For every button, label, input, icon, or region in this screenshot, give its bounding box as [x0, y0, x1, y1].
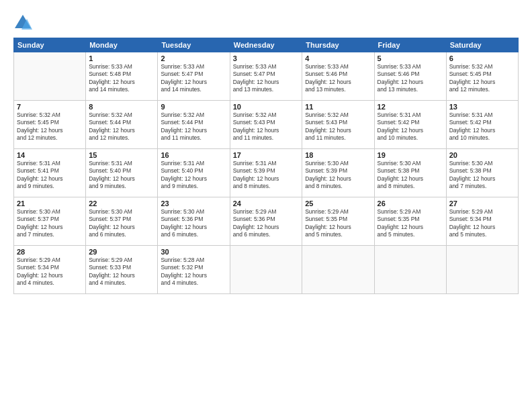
calendar-cell: 8Sunrise: 5:32 AMSunset: 5:44 PMDaylight… [86, 101, 158, 149]
day-number: 10 [233, 103, 300, 111]
week-row-2: 7Sunrise: 5:32 AMSunset: 5:45 PMDaylight… [14, 101, 519, 149]
weekday-header-monday: Monday [86, 38, 158, 52]
calendar-cell [302, 246, 374, 294]
calendar-cell [374, 246, 446, 294]
calendar-cell: 30Sunrise: 5:28 AMSunset: 5:32 PMDayligh… [158, 246, 230, 294]
calendar-cell [14, 52, 86, 101]
day-info: Sunrise: 5:32 AMSunset: 5:43 PMDaylight:… [305, 111, 371, 142]
day-info: Sunrise: 5:32 AMSunset: 5:43 PMDaylight:… [233, 111, 300, 142]
day-info: Sunrise: 5:29 AMSunset: 5:35 PMDaylight:… [305, 208, 371, 239]
day-number: 27 [449, 199, 515, 208]
day-info: Sunrise: 5:30 AMSunset: 5:36 PMDaylight:… [161, 208, 226, 239]
calendar-cell: 24Sunrise: 5:29 AMSunset: 5:36 PMDayligh… [230, 197, 302, 246]
day-info: Sunrise: 5:28 AMSunset: 5:32 PMDaylight:… [161, 257, 226, 287]
day-number: 8 [89, 103, 154, 111]
calendar-cell: 22Sunrise: 5:30 AMSunset: 5:37 PMDayligh… [86, 197, 158, 246]
day-number: 1 [89, 54, 154, 62]
day-info: Sunrise: 5:33 AMSunset: 5:47 PMDaylight:… [233, 63, 300, 94]
calendar-cell: 26Sunrise: 5:29 AMSunset: 5:35 PMDayligh… [374, 197, 446, 246]
day-info: Sunrise: 5:30 AMSunset: 5:38 PMDaylight:… [449, 160, 515, 191]
weekday-header-wednesday: Wednesday [230, 38, 302, 52]
day-number: 3 [233, 54, 300, 62]
calendar-cell: 29Sunrise: 5:29 AMSunset: 5:33 PMDayligh… [86, 246, 158, 294]
calendar-cell: 25Sunrise: 5:29 AMSunset: 5:35 PMDayligh… [302, 197, 374, 246]
day-info: Sunrise: 5:31 AMSunset: 5:39 PMDaylight:… [233, 160, 300, 191]
calendar-cell: 21Sunrise: 5:30 AMSunset: 5:37 PMDayligh… [14, 197, 86, 246]
day-number: 16 [161, 151, 226, 159]
calendar-cell: 11Sunrise: 5:32 AMSunset: 5:43 PMDayligh… [302, 101, 374, 149]
day-number: 5 [378, 54, 443, 62]
day-number: 4 [305, 54, 371, 62]
calendar-cell: 17Sunrise: 5:31 AMSunset: 5:39 PMDayligh… [230, 149, 302, 197]
day-info: Sunrise: 5:33 AMSunset: 5:46 PMDaylight:… [305, 63, 371, 94]
weekday-header-saturday: Saturday [446, 38, 518, 52]
calendar-cell: 7Sunrise: 5:32 AMSunset: 5:45 PMDaylight… [14, 101, 86, 149]
calendar-cell: 16Sunrise: 5:31 AMSunset: 5:40 PMDayligh… [158, 149, 230, 197]
day-number: 12 [378, 103, 443, 111]
day-info: Sunrise: 5:31 AMSunset: 5:42 PMDaylight:… [449, 111, 515, 142]
calendar-cell: 18Sunrise: 5:30 AMSunset: 5:39 PMDayligh… [302, 149, 374, 197]
day-info: Sunrise: 5:31 AMSunset: 5:40 PMDaylight:… [89, 160, 154, 191]
calendar-cell: 12Sunrise: 5:31 AMSunset: 5:42 PMDayligh… [374, 101, 446, 149]
day-info: Sunrise: 5:33 AMSunset: 5:46 PMDaylight:… [378, 63, 443, 94]
day-info: Sunrise: 5:33 AMSunset: 5:48 PMDaylight:… [89, 63, 154, 94]
day-number: 6 [449, 54, 515, 62]
day-info: Sunrise: 5:31 AMSunset: 5:40 PMDaylight:… [161, 160, 226, 191]
day-number: 11 [305, 103, 371, 111]
day-info: Sunrise: 5:29 AMSunset: 5:36 PMDaylight:… [233, 208, 300, 239]
day-number: 14 [17, 151, 83, 159]
calendar-cell: 6Sunrise: 5:32 AMSunset: 5:45 PMDaylight… [446, 52, 518, 101]
day-info: Sunrise: 5:30 AMSunset: 5:37 PMDaylight:… [17, 208, 83, 239]
calendar-cell: 13Sunrise: 5:31 AMSunset: 5:42 PMDayligh… [446, 101, 518, 149]
logo [13, 13, 35, 32]
weekday-header-friday: Friday [374, 38, 446, 52]
day-number: 15 [89, 151, 154, 159]
day-number: 23 [161, 199, 226, 208]
calendar-cell: 14Sunrise: 5:31 AMSunset: 5:41 PMDayligh… [14, 149, 86, 197]
weekday-header-tuesday: Tuesday [158, 38, 230, 52]
calendar-cell: 27Sunrise: 5:29 AMSunset: 5:34 PMDayligh… [446, 197, 518, 246]
day-info: Sunrise: 5:30 AMSunset: 5:38 PMDaylight:… [378, 160, 443, 191]
day-number: 25 [305, 199, 371, 208]
calendar-cell: 5Sunrise: 5:33 AMSunset: 5:46 PMDaylight… [374, 52, 446, 101]
day-info: Sunrise: 5:31 AMSunset: 5:42 PMDaylight:… [378, 111, 443, 142]
day-number: 26 [378, 199, 443, 208]
day-info: Sunrise: 5:33 AMSunset: 5:47 PMDaylight:… [161, 63, 226, 94]
week-row-1: 1Sunrise: 5:33 AMSunset: 5:48 PMDaylight… [14, 52, 519, 101]
weekday-header-sunday: Sunday [14, 38, 86, 52]
week-row-4: 21Sunrise: 5:30 AMSunset: 5:37 PMDayligh… [14, 197, 519, 246]
day-info: Sunrise: 5:32 AMSunset: 5:44 PMDaylight:… [89, 111, 154, 142]
calendar-cell [446, 246, 518, 294]
day-info: Sunrise: 5:29 AMSunset: 5:34 PMDaylight:… [17, 257, 83, 287]
day-info: Sunrise: 5:29 AMSunset: 5:33 PMDaylight:… [89, 257, 154, 287]
day-number: 30 [161, 248, 226, 256]
logo-icon [13, 13, 32, 32]
day-number: 9 [161, 103, 226, 111]
calendar-cell: 9Sunrise: 5:32 AMSunset: 5:44 PMDaylight… [158, 101, 230, 149]
day-info: Sunrise: 5:29 AMSunset: 5:35 PMDaylight:… [378, 208, 443, 239]
day-number: 20 [449, 151, 515, 159]
day-info: Sunrise: 5:32 AMSunset: 5:45 PMDaylight:… [17, 111, 83, 142]
week-row-3: 14Sunrise: 5:31 AMSunset: 5:41 PMDayligh… [14, 149, 519, 197]
day-number: 24 [233, 199, 300, 208]
calendar-cell: 20Sunrise: 5:30 AMSunset: 5:38 PMDayligh… [446, 149, 518, 197]
calendar-cell [230, 246, 302, 294]
day-info: Sunrise: 5:31 AMSunset: 5:41 PMDaylight:… [17, 160, 83, 191]
day-number: 22 [89, 199, 154, 208]
weekday-header-row: SundayMondayTuesdayWednesdayThursdayFrid… [14, 38, 519, 52]
day-info: Sunrise: 5:29 AMSunset: 5:34 PMDaylight:… [449, 208, 515, 239]
calendar-cell: 19Sunrise: 5:30 AMSunset: 5:38 PMDayligh… [374, 149, 446, 197]
calendar-cell: 15Sunrise: 5:31 AMSunset: 5:40 PMDayligh… [86, 149, 158, 197]
calendar-cell: 10Sunrise: 5:32 AMSunset: 5:43 PMDayligh… [230, 101, 302, 149]
day-info: Sunrise: 5:32 AMSunset: 5:45 PMDaylight:… [449, 63, 515, 94]
calendar-cell: 23Sunrise: 5:30 AMSunset: 5:36 PMDayligh… [158, 197, 230, 246]
day-number: 21 [17, 199, 83, 208]
page: SundayMondayTuesdayWednesdayThursdayFrid… [0, 0, 532, 411]
day-info: Sunrise: 5:30 AMSunset: 5:37 PMDaylight:… [89, 208, 154, 239]
day-number: 29 [89, 248, 154, 256]
calendar-cell: 4Sunrise: 5:33 AMSunset: 5:46 PMDaylight… [302, 52, 374, 101]
day-number: 28 [17, 248, 83, 256]
weekday-header-thursday: Thursday [302, 38, 374, 52]
day-number: 7 [17, 103, 83, 111]
day-number: 19 [378, 151, 443, 159]
